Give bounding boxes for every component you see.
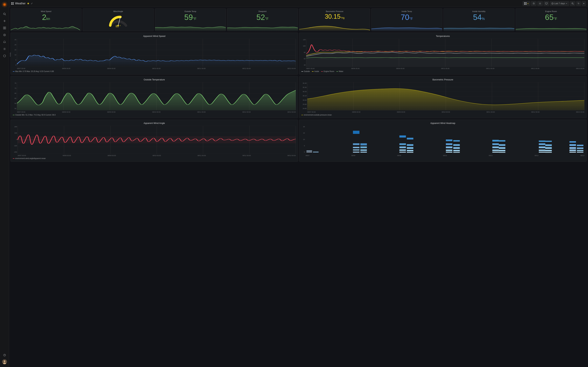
zoom-out-button[interactable] <box>570 1 575 6</box>
settings-button[interactable] <box>537 1 543 6</box>
grafana-logo[interactable] <box>1 1 8 8</box>
outside-temp-chart-title: Outside Temperature <box>13 78 296 81</box>
svg-rect-144 <box>499 140 505 142</box>
svg-rect-136 <box>453 147 460 149</box>
svg-rect-27 <box>526 4 527 5</box>
svg-rect-10 <box>5 28 6 29</box>
ws-x-1: 08/08 00:00 <box>62 68 70 69</box>
mark-favorite-button[interactable] <box>531 1 536 6</box>
dashboard-icon <box>11 2 14 5</box>
page-title: Weather ★ ⤢ <box>11 2 33 5</box>
sidebar-item-alerts[interactable] <box>1 39 8 45</box>
sidebar-item-help[interactable]: ? <box>1 352 8 358</box>
svg-rect-139 <box>492 140 499 142</box>
svg-point-12 <box>4 35 5 35</box>
wind-heatmap-title: Apparent Wind Heatmap <box>301 122 584 125</box>
baro-svg <box>307 82 584 110</box>
more-options-button[interactable]: ▾ <box>582 1 586 6</box>
svg-rect-156 <box>545 147 552 149</box>
svg-rect-65 <box>306 53 584 67</box>
baro-legend-text: environment.outside.pressure.mean <box>304 114 332 116</box>
sidebar-item-add[interactable] <box>1 18 8 24</box>
inside-temp-title: Inside Temp <box>373 10 440 12</box>
sidebar-item-explore[interactable] <box>1 32 8 38</box>
svg-rect-146 <box>499 147 505 149</box>
svg-rect-142 <box>492 150 499 151</box>
star-icon[interactable]: ★ <box>27 2 29 5</box>
svg-rect-159 <box>570 152 576 153</box>
humidity-value: 54% <box>446 13 512 21</box>
svg-rect-141 <box>492 146 499 148</box>
dewpoint-title: Dewpoint <box>229 10 296 12</box>
svg-rect-29 <box>545 3 547 4</box>
baro-title: Barometric Pressure <box>301 10 368 12</box>
time-range-label: Last 7 days <box>554 2 565 5</box>
baro-sparkline <box>299 24 370 31</box>
svg-rect-154 <box>545 141 552 142</box>
inside-humidity-card: Inside Humidity 54% <box>443 8 515 31</box>
outside-temp-svg <box>17 82 296 110</box>
svg-rect-8 <box>5 27 6 28</box>
svg-rect-111 <box>353 143 359 145</box>
ws-x-0: 08/07 00:00 <box>17 68 25 69</box>
svg-rect-134 <box>453 140 460 142</box>
svg-rect-153 <box>539 152 545 153</box>
svg-rect-115 <box>360 143 367 145</box>
sidebar-item-shield[interactable] <box>1 53 8 59</box>
sidebar-item-dashboards[interactable] <box>1 25 8 31</box>
svg-line-36 <box>573 4 574 5</box>
svg-rect-161 <box>570 147 576 149</box>
wind-angle-chart-title: Apparent Wind Angle <box>13 122 296 125</box>
inside-temp-card: Inside Temp 70°F <box>371 8 442 31</box>
svg-rect-112 <box>353 147 359 148</box>
wind-speed-chart: Apparent Wind Speed 25 20 15 10 5 0 <box>10 33 298 75</box>
ws-x-3: 08/10 00:00 <box>152 68 161 69</box>
share-icon[interactable]: ⤢ <box>31 2 33 5</box>
outside-temp-legend-text: Outside Min: 51.3 Max: 74.3 Avg: 60.9 Cu… <box>15 114 56 116</box>
ws-y-10: 10 <box>15 54 16 56</box>
sidebar-bottom: ? <box>1 351 8 366</box>
svg-point-14 <box>4 49 5 50</box>
svg-rect-20 <box>11 2 12 3</box>
sidebar-item-search[interactable] <box>1 11 8 17</box>
wind-angle-legend: environment.wind.angleApparent.mean <box>13 158 296 159</box>
svg-rect-148 <box>499 152 505 153</box>
inside-label: Inside <box>314 70 319 72</box>
svg-rect-23 <box>13 4 14 5</box>
svg-rect-127 <box>407 150 413 151</box>
baro-x-labels: 08/07 00:00 08/08 00:00 08/09 00:00 08/1… <box>307 111 584 113</box>
svg-rect-24 <box>524 2 525 3</box>
main-content: Weather ★ ⤢ + Last 7 days <box>9 0 588 367</box>
ws-y-0: 0 <box>15 64 16 66</box>
topbar: Weather ★ ⤢ + Last 7 days <box>9 0 588 7</box>
svg-rect-143 <box>492 152 499 153</box>
svg-rect-145 <box>499 144 505 146</box>
svg-rect-162 <box>570 144 576 146</box>
user-avatar[interactable] <box>2 359 7 364</box>
tv-mode-button[interactable] <box>544 1 549 6</box>
svg-line-33 <box>553 3 553 4</box>
refresh-button[interactable]: ↻ <box>576 1 581 6</box>
svg-rect-125 <box>407 144 413 146</box>
time-range-button[interactable]: Last 7 days <box>550 1 569 6</box>
engine-room-legend: Engine Room <box>321 70 334 72</box>
water-label: Water <box>339 70 343 72</box>
outside-temp-chart: Outside Temperature 75 70 65 60 55 50 <box>10 76 298 118</box>
add-panel-button[interactable]: + <box>523 1 530 6</box>
svg-rect-155 <box>545 144 552 146</box>
svg-text:?: ? <box>4 354 5 356</box>
wind-speed-title: Wind Speed <box>13 10 79 12</box>
temp-y-60: 60 <box>304 58 306 60</box>
svg-rect-116 <box>360 146 367 148</box>
svg-rect-110 <box>353 131 359 134</box>
barometric-pressure-chart: Barometric Pressure 30.40 30.30 30.20 30… <box>299 76 587 118</box>
sidebar-item-settings[interactable] <box>1 46 8 52</box>
temperatures-svg <box>306 39 584 67</box>
svg-point-2 <box>4 4 5 5</box>
topbar-actions: + Last 7 days ↻ ▾ <box>523 1 586 6</box>
temp-y-120: 120 <box>303 39 306 41</box>
svg-rect-113 <box>353 150 359 150</box>
wind-speed-legend: Max Min: 0.70 Max: 20.20 Avg: 6.33 Curre… <box>13 70 296 72</box>
svg-rect-121 <box>399 146 406 148</box>
humidity-title: Inside Humidity <box>446 10 512 12</box>
